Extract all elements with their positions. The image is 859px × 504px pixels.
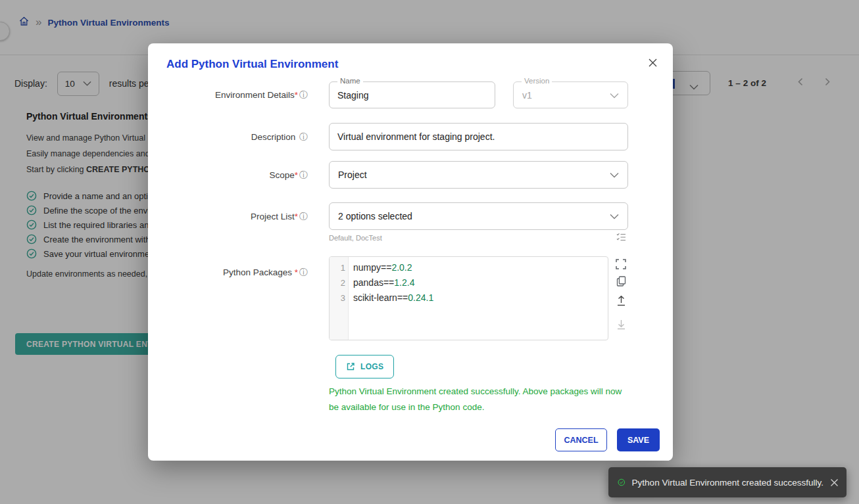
info-icon[interactable]: ⓘ	[299, 267, 308, 277]
line-number-gutter: 1 2 3	[330, 257, 349, 340]
info-icon[interactable]: ⓘ	[299, 90, 308, 100]
logs-button[interactable]: LOGS	[335, 355, 394, 378]
version-value: v1	[522, 90, 532, 101]
add-python-virtual-environment-dialog: Add Python Virtual Environment Environme…	[148, 43, 673, 461]
upload-icon[interactable]	[614, 294, 627, 307]
description-label: Description ⓘ	[148, 131, 308, 143]
success-toast: Python Virtual Environment created succe…	[608, 467, 847, 497]
expand-editor-icon[interactable]	[614, 258, 627, 271]
selected-projects-summary: Default, DocTest	[329, 234, 382, 242]
code-line: pandas==1.2.4	[353, 275, 608, 290]
chevron-down-icon	[610, 169, 619, 181]
project-list-value: 2 options selected	[338, 211, 412, 221]
name-field-label: Name	[337, 77, 363, 85]
toast-message: Python Virtual Environment created succe…	[632, 478, 823, 488]
close-icon[interactable]	[830, 476, 839, 488]
scope-value: Project	[338, 170, 367, 180]
scope-select[interactable]: Project	[329, 161, 628, 189]
scope-label: Scope*ⓘ	[148, 170, 308, 181]
open-in-new-icon	[346, 362, 355, 371]
save-button[interactable]: SAVE	[617, 428, 660, 451]
code-area[interactable]: numpy==2.0.2 pandas==1.2.4 scikit-learn=…	[349, 257, 608, 340]
cancel-button[interactable]: CANCEL	[555, 428, 607, 451]
playlist-check-icon[interactable]	[616, 233, 626, 244]
python-packages-editor[interactable]: 1 2 3 numpy==2.0.2 pandas==1.2.4 scikit-…	[329, 256, 608, 340]
version-select: Version v1	[513, 81, 628, 108]
description-field[interactable]	[329, 123, 628, 150]
chevron-down-icon	[610, 89, 619, 101]
info-icon[interactable]: ⓘ	[299, 170, 308, 180]
code-line: numpy==2.0.2	[353, 260, 608, 275]
python-packages-label: Python Packages *ⓘ	[148, 267, 308, 279]
info-icon[interactable]: ⓘ	[299, 212, 308, 221]
dialog-title: Add Python Virtual Environment	[166, 58, 338, 71]
name-field[interactable]: Name	[329, 81, 495, 108]
description-input[interactable]	[330, 124, 627, 150]
success-message: Python Virtual Environment created succe…	[329, 384, 624, 415]
close-icon[interactable]	[645, 55, 660, 70]
code-line: scikit-learn==0.24.1	[353, 290, 608, 306]
copy-icon[interactable]	[614, 275, 627, 288]
project-list-label: Project List*ⓘ	[148, 211, 308, 223]
info-icon[interactable]: ⓘ	[299, 132, 308, 142]
download-icon[interactable]	[614, 317, 627, 331]
check-circle-icon	[618, 476, 626, 488]
project-list-select[interactable]: 2 options selected	[329, 202, 628, 230]
version-field-label: Version	[522, 77, 552, 85]
name-input[interactable]	[330, 82, 495, 108]
environment-details-label: Environment Details*ⓘ	[148, 89, 308, 101]
chevron-down-icon	[610, 210, 619, 222]
